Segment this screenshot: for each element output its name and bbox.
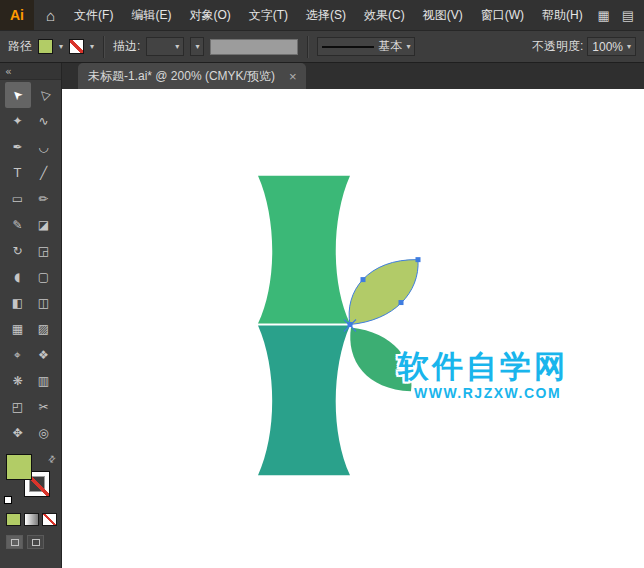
curvature-tool[interactable]: ◡	[31, 134, 57, 160]
symbol-sprayer-tool[interactable]: ❋	[5, 368, 31, 394]
divider	[103, 36, 104, 58]
column-graph-tool[interactable]: ▥	[31, 368, 57, 394]
brush-definition-select[interactable]: 基本 ▾	[317, 37, 415, 56]
default-fill-stroke-icon[interactable]	[4, 496, 12, 504]
menu-type[interactable]: 文字(T)	[240, 0, 297, 30]
bamboo-top-segment[interactable]	[258, 176, 350, 324]
menu-help[interactable]: 帮助(H)	[533, 0, 592, 30]
none-button[interactable]	[42, 513, 57, 526]
menu-select[interactable]: 选择(S)	[297, 0, 355, 30]
hand-tool-icon: ✥	[12, 426, 22, 440]
menu-effect[interactable]: 效果(C)	[355, 0, 414, 30]
artboard[interactable]	[62, 89, 644, 568]
swap-fill-stroke-icon[interactable]: ⇄	[46, 453, 58, 465]
eraser-tool[interactable]: ◪	[31, 212, 57, 238]
canvas[interactable]: 软件自学网 WWW.RJZXW.COM	[62, 89, 644, 568]
rectangle-tool-icon: ▭	[12, 192, 23, 206]
watermark-title: 软件自学网	[398, 346, 568, 388]
draw-behind-icon	[32, 539, 40, 546]
document-area: 未标题-1.ai* @ 200% (CMYK/预览) ×	[62, 63, 644, 568]
perspective-grid-tool[interactable]: ◫	[31, 290, 57, 316]
direct-selection-tool[interactable]: ▷	[31, 82, 57, 108]
slice-tool[interactable]: ✂	[31, 394, 57, 420]
brush-stroke-preview	[322, 46, 374, 48]
anchor-point[interactable]	[399, 300, 404, 305]
rotate-tool-icon: ↻	[12, 244, 22, 258]
width-profile-select[interactable]: ▾	[190, 37, 204, 56]
tools-panel: « ➤ ▷ ✦ ∿ ✒ ◡ T ╱ ▭ ✏ ✎ ◪ ↻ ◲ ◖ ▢ ◧ ◫	[0, 63, 62, 568]
column-graph-tool-icon: ▥	[38, 374, 49, 388]
free-transform-tool[interactable]: ▢	[31, 264, 57, 290]
document-tab-title: 未标题-1.ai* @ 200% (CMYK/预览)	[88, 68, 275, 85]
stroke-dropdown-icon[interactable]: ▾	[90, 42, 94, 51]
fill-dropdown-icon[interactable]: ▾	[59, 42, 63, 51]
paintbrush-tool[interactable]: ✏	[31, 186, 57, 212]
menu-view[interactable]: 视图(V)	[414, 0, 472, 30]
width-tool[interactable]: ◖	[5, 264, 31, 290]
bamboo-bottom-segment[interactable]	[258, 326, 350, 476]
rectangle-tool[interactable]: ▭	[5, 186, 31, 212]
artboard-tool-icon: ◰	[12, 400, 23, 414]
pen-tool[interactable]: ✒	[5, 134, 31, 160]
tab-close-icon[interactable]: ×	[289, 69, 297, 84]
blend-tool-icon: ❖	[38, 348, 49, 362]
workspace-switcher-icon[interactable]: ▤	[622, 8, 634, 23]
collapse-panel-icon[interactable]: «	[5, 65, 12, 78]
symbol-sprayer-tool-icon: ❋	[12, 374, 22, 388]
perspective-grid-tool-icon: ◫	[38, 296, 49, 310]
lasso-tool-icon: ∿	[38, 114, 48, 128]
gradient-button[interactable]	[24, 513, 39, 526]
hand-tool[interactable]: ✥	[5, 420, 31, 446]
menu-window[interactable]: 窗口(W)	[472, 0, 533, 30]
arrange-documents-icon[interactable]: ▦	[597, 8, 609, 23]
selection-tool[interactable]: ➤	[5, 82, 31, 108]
fill-swatch[interactable]	[6, 454, 32, 480]
menu-file[interactable]: 文件(F)	[65, 0, 122, 30]
menu-bar: Ai ⌂ 文件(F) 编辑(E) 对象(O) 文字(T) 选择(S) 效果(C)…	[0, 0, 644, 30]
rotate-tool[interactable]: ↻	[5, 238, 31, 264]
zoom-tool[interactable]: ◎	[31, 420, 57, 446]
opacity-select[interactable]: 100% ▾	[587, 37, 636, 56]
blend-tool[interactable]: ❖	[31, 342, 57, 368]
pencil-tool[interactable]: ✎	[5, 212, 31, 238]
curvature-tool-icon: ◡	[38, 140, 48, 154]
anchor-point[interactable]	[416, 257, 421, 262]
selection-type-label: 路径	[8, 38, 32, 55]
selected-leaf[interactable]	[349, 260, 418, 325]
variable-width-profile-box	[210, 39, 298, 55]
line-segment-tool[interactable]: ╱	[31, 160, 57, 186]
shape-builder-tool[interactable]: ◧	[5, 290, 31, 316]
type-tool[interactable]: T	[5, 160, 31, 186]
gradient-tool[interactable]: ▨	[31, 316, 57, 342]
anchor-point[interactable]	[361, 277, 366, 282]
free-transform-tool-icon: ▢	[38, 270, 49, 284]
menu-edit[interactable]: 编辑(E)	[122, 0, 180, 30]
opacity-value: 100%	[592, 40, 623, 54]
direct-selection-tool-icon: ▷	[35, 87, 51, 103]
color-button[interactable]	[6, 513, 21, 526]
eraser-tool-icon: ◪	[38, 218, 49, 232]
shape-builder-tool-icon: ◧	[12, 296, 23, 310]
document-tab[interactable]: 未标题-1.ai* @ 200% (CMYK/预览) ×	[78, 63, 306, 89]
eyedropper-tool[interactable]: ⌖	[5, 342, 31, 368]
scale-tool[interactable]: ◲	[31, 238, 57, 264]
type-tool-icon: T	[14, 166, 21, 180]
fill-color-swatch[interactable]	[38, 39, 53, 54]
lasso-tool[interactable]: ∿	[31, 108, 57, 134]
home-icon[interactable]: ⌂	[46, 7, 55, 24]
paintbrush-tool-icon: ✏	[38, 192, 48, 206]
mesh-tool[interactable]: ▦	[5, 316, 31, 342]
menu-object[interactable]: 对象(O)	[180, 0, 239, 30]
fill-stroke-widget: ⇄	[3, 454, 59, 506]
zoom-tool-icon: ◎	[38, 426, 48, 440]
tools-grid: ➤ ▷ ✦ ∿ ✒ ◡ T ╱ ▭ ✏ ✎ ◪ ↻ ◲ ◖ ▢ ◧ ◫ ▦ ▨	[0, 80, 61, 446]
draw-normal-button[interactable]	[6, 535, 23, 549]
eyedropper-tool-icon: ⌖	[14, 348, 21, 362]
stroke-color-swatch[interactable]	[69, 39, 84, 54]
stroke-weight-select[interactable]: ▾	[146, 37, 184, 56]
draw-behind-button[interactable]	[27, 535, 44, 549]
artboard-tool[interactable]: ◰	[5, 394, 31, 420]
magic-wand-tool[interactable]: ✦	[5, 108, 31, 134]
draw-mode-row	[0, 526, 61, 549]
opacity-caret-icon: ▾	[627, 42, 631, 51]
